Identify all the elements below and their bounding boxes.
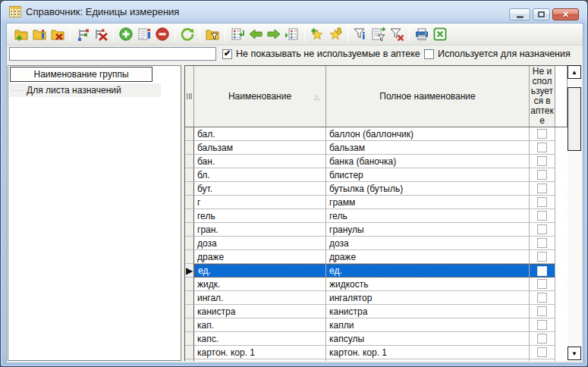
hide-unused-checkbox[interactable]: Не показывать не используемые в аптеке — [222, 49, 420, 59]
cell-full-name[interactable]: грамм — [326, 196, 530, 209]
cell-not-used[interactable] — [530, 250, 555, 264]
checkbox-unchecked-icon[interactable] — [537, 252, 547, 262]
cell-name[interactable]: доза — [194, 237, 326, 250]
favorites-remove-button[interactable] — [326, 25, 344, 43]
filter-custom-button[interactable] — [351, 25, 369, 43]
group-filter-button[interactable] — [203, 25, 222, 43]
checkbox-unchecked-icon[interactable] — [537, 170, 547, 180]
cell-name[interactable]: гран. — [194, 223, 326, 237]
cell-name[interactable]: ингал. — [194, 291, 326, 305]
checkbox-unchecked-icon[interactable] — [537, 266, 547, 276]
cell-name[interactable]: бальзам — [194, 141, 326, 155]
cell-name[interactable]: кап. — [194, 318, 326, 332]
checkbox-unchecked-icon[interactable] — [537, 184, 547, 193]
cell-name[interactable]: канистра — [194, 305, 326, 318]
cell-full-name[interactable]: картон. кор. 1 — [326, 346, 530, 359]
cell-not-used[interactable] — [530, 209, 555, 223]
checkbox-unchecked-icon[interactable] — [537, 224, 547, 234]
cell-name[interactable]: капс. — [194, 332, 326, 346]
table-row[interactable]: ингал.ингалятор — [185, 291, 568, 305]
edit-group-folder-button[interactable] — [30, 25, 49, 43]
maximize-button[interactable] — [533, 8, 550, 20]
cell-name[interactable]: драже — [194, 250, 326, 264]
move-list-right-button[interactable] — [283, 25, 301, 43]
column-header-full-name[interactable]: Полное наименование — [326, 66, 530, 127]
cell-name[interactable]: г — [194, 196, 326, 209]
table-row[interactable]: бл.блистер — [185, 168, 568, 182]
cell-not-used[interactable] — [530, 278, 555, 291]
add-record-button[interactable] — [117, 25, 135, 43]
add-group-folder-button[interactable] — [12, 25, 30, 43]
checkbox-unchecked-icon[interactable] — [537, 129, 547, 139]
checkbox-unchecked-icon[interactable] — [537, 347, 547, 357]
checkbox-unchecked-icon[interactable] — [424, 49, 434, 59]
next-record-button[interactable] — [265, 25, 283, 43]
table-row[interactable]: дражедраже — [185, 250, 568, 264]
checkbox-unchecked-icon[interactable] — [537, 320, 547, 330]
cell-full-name[interactable]: гранулы — [326, 223, 530, 237]
cell-full-name[interactable]: гель — [326, 209, 530, 223]
cell-not-used[interactable] — [530, 318, 555, 332]
search-input[interactable] — [9, 47, 216, 61]
cell-full-name[interactable]: блистер — [326, 168, 530, 182]
scroll-down-button[interactable]: ▼ — [568, 347, 581, 360]
used-for-assignment-checkbox[interactable]: Используется для назначения — [424, 49, 571, 59]
checkbox-unchecked-icon[interactable] — [537, 197, 547, 207]
cell-full-name[interactable]: бальзам — [326, 141, 530, 155]
cell-full-name[interactable]: канистра — [326, 305, 530, 318]
cell-full-name[interactable]: баллон (баллончик) — [326, 127, 530, 141]
cell-full-name[interactable]: бутылка (бутыль) — [326, 182, 530, 196]
cell-full-name[interactable]: ед. — [326, 264, 530, 278]
cell-full-name[interactable]: ингалятор — [326, 291, 530, 305]
table-row[interactable]: картон. кор. 1картон. кор. 1 — [185, 346, 568, 359]
checkbox-checked-icon[interactable] — [222, 49, 232, 59]
title-bar[interactable]: Справочник: Единицы измерения ✕ — [1, 1, 588, 23]
table-row[interactable]: жидк.жидкость — [185, 278, 568, 291]
table-row[interactable]: дозадоза — [185, 237, 568, 250]
table-row[interactable]: канистраканистра — [185, 305, 568, 318]
cell-full-name[interactable]: капсулы — [326, 332, 530, 346]
cell-not-used[interactable] — [530, 264, 555, 278]
cell-not-used[interactable] — [530, 141, 555, 155]
table-row[interactable]: бан.банка (баночка) — [185, 155, 568, 168]
cell-full-name[interactable]: банка (баночка) — [326, 155, 530, 168]
table-row[interactable]: гран.гранулы — [185, 223, 568, 237]
cell-not-used[interactable] — [530, 291, 555, 305]
checkbox-unchecked-icon[interactable] — [537, 334, 547, 343]
checkbox-unchecked-icon[interactable] — [537, 156, 547, 166]
checkbox-unchecked-icon[interactable] — [537, 238, 547, 248]
export-excel-button[interactable] — [431, 25, 449, 43]
cell-not-used[interactable] — [530, 223, 555, 237]
filter-list-button[interactable] — [369, 25, 388, 43]
refresh-button[interactable] — [178, 25, 197, 43]
table-row[interactable]: гграмм — [185, 196, 568, 209]
checkbox-unchecked-icon[interactable] — [537, 211, 547, 221]
cell-not-used[interactable] — [530, 196, 555, 209]
table-row[interactable]: кап.капли — [185, 318, 568, 332]
column-header-not-used[interactable]: Не используется в аптеке — [530, 66, 555, 127]
cell-not-used[interactable] — [530, 332, 555, 346]
cell-not-used[interactable] — [530, 168, 555, 182]
scroll-up-button[interactable]: ▲ — [568, 65, 581, 79]
edit-record-button[interactable] — [135, 25, 153, 43]
column-header-name[interactable]: Наименование △ — [194, 66, 326, 127]
filter-clear-button[interactable] — [388, 25, 406, 43]
cell-name[interactable]: бл. — [194, 168, 326, 182]
checkbox-unchecked-icon[interactable] — [537, 279, 547, 289]
cell-not-used[interactable] — [530, 182, 555, 196]
table-row-selected[interactable]: ед.ед. — [185, 264, 568, 278]
move-list-left-button[interactable] — [228, 25, 247, 43]
cell-full-name[interactable]: драже — [326, 250, 530, 264]
table-row[interactable]: бальзамбальзам — [185, 141, 568, 155]
cell-not-used[interactable] — [530, 305, 555, 318]
cell-full-name[interactable]: капли — [326, 318, 530, 332]
table-row[interactable]: бал.баллон (баллончик) — [185, 127, 568, 141]
cell-name[interactable]: бан. — [194, 155, 326, 168]
cell-name[interactable]: картон. кор. 1 — [194, 346, 326, 359]
checkbox-unchecked-icon[interactable] — [537, 293, 547, 303]
remove-from-group-button[interactable] — [92, 25, 110, 43]
cell-name[interactable]: жидк. — [194, 278, 326, 291]
prev-record-button[interactable] — [247, 25, 265, 43]
table-row[interactable]: капс.капсулы — [185, 332, 568, 346]
cell-name[interactable]: бал. — [194, 127, 326, 141]
